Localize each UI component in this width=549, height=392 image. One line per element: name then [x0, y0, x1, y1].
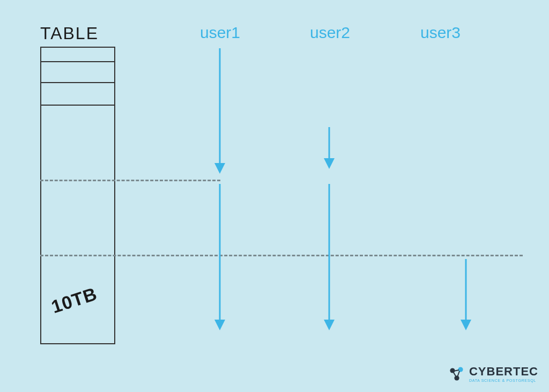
snapshot-line-1 [40, 180, 220, 181]
table-row-divider [40, 61, 115, 62]
svg-marker-7 [324, 320, 335, 330]
snapshot-line-2 [40, 255, 523, 256]
svg-line-14 [453, 372, 456, 377]
table-heading: TABLE [40, 24, 99, 43]
svg-marker-3 [214, 320, 225, 330]
user1-arrow-lower [220, 184, 220, 334]
user1-label: user1 [200, 24, 240, 42]
svg-marker-9 [461, 320, 471, 330]
user3-arrow-lower [466, 259, 466, 334]
user2-label: user2 [310, 24, 350, 42]
svg-point-11 [458, 367, 463, 372]
logo-mark-icon [449, 366, 465, 382]
user1-arrow-upper [220, 48, 220, 177]
svg-marker-1 [214, 163, 225, 174]
user3-label: user3 [420, 24, 461, 42]
svg-point-12 [454, 376, 459, 381]
logo-main-text: CYBERTEC [469, 366, 538, 378]
cybertec-logo: CYBERTEC DATA SCIENCE & POSTGRESQL [449, 366, 538, 382]
table-row-divider [40, 105, 115, 106]
logo-sub-text: DATA SCIENCE & POSTGRESQL [469, 379, 538, 382]
table-row-divider [40, 82, 115, 83]
svg-marker-5 [324, 158, 335, 169]
user2-arrow-lower [329, 184, 330, 334]
svg-line-15 [457, 371, 459, 377]
user2-arrow-upper [329, 127, 330, 175]
